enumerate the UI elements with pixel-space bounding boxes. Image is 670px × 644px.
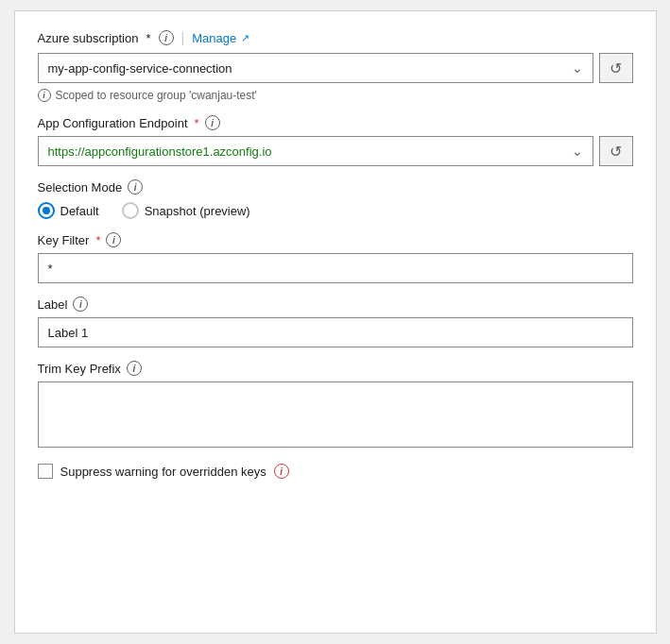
suppress-warning-checkbox[interactable] — [38, 464, 53, 479]
radio-default[interactable]: Default — [38, 202, 99, 219]
selection-mode-label-row: Selection Mode i — [38, 179, 633, 195]
manage-link[interactable]: Manage ↗ — [192, 31, 249, 45]
subscription-header: Azure subscription * i | Manage ↗ — [38, 30, 633, 45]
subscription-dropdown-row: my-app-config-service-connection ⌄ ↺ — [38, 53, 633, 83]
key-filter-info-icon[interactable]: i — [106, 232, 121, 247]
subscription-field: Azure subscription * i | Manage ↗ my-app… — [38, 30, 633, 102]
trim-key-prefix-input[interactable] — [38, 381, 633, 448]
radio-row: Default Snapshot (preview) — [38, 202, 633, 219]
subscription-value: my-app-config-service-connection — [48, 61, 232, 76]
endpoint-label: App Configuration Endpoint — [38, 116, 188, 130]
subscription-dropdown[interactable]: my-app-config-service-connection ⌄ — [38, 53, 593, 83]
subscription-info-icon[interactable]: i — [159, 30, 174, 45]
subscription-refresh-button[interactable]: ↺ — [599, 53, 633, 83]
key-filter-label-row: Key Filter * i — [38, 232, 633, 247]
trim-key-prefix-label: Trim Key Prefix — [38, 362, 121, 376]
endpoint-dropdown-row: https://appconfigurationstore1.azconfig.… — [38, 136, 633, 166]
subscription-required: * — [146, 31, 150, 45]
trim-key-prefix-info-icon[interactable]: i — [127, 361, 142, 376]
key-filter-label: Key Filter — [38, 233, 90, 247]
radio-snapshot-label: Snapshot (preview) — [145, 204, 250, 218]
subscription-label: Azure subscription — [38, 31, 139, 45]
trim-key-prefix-field: Trim Key Prefix i — [38, 361, 633, 450]
scope-note-text: Scoped to resource group 'cwanjau-test' — [56, 89, 257, 102]
label-input[interactable] — [38, 317, 633, 347]
scope-note: i Scoped to resource group 'cwanjau-test… — [38, 89, 633, 102]
endpoint-chevron: ⌄ — [572, 144, 583, 159]
selection-mode-info-icon[interactable]: i — [128, 179, 143, 195]
main-panel: Azure subscription * i | Manage ↗ my-app… — [14, 10, 657, 634]
endpoint-field: App Configuration Endpoint * i https://a… — [38, 115, 633, 166]
radio-default-circle — [38, 202, 55, 219]
label-info-icon[interactable]: i — [73, 297, 88, 312]
radio-default-label: Default — [60, 204, 99, 218]
selection-mode-label: Selection Mode — [38, 180, 123, 195]
suppress-warning-label: Suppress warning for overridden keys — [60, 465, 266, 479]
radio-snapshot-circle — [122, 202, 139, 219]
endpoint-required: * — [195, 116, 199, 130]
label-field: Label i — [38, 297, 633, 347]
suppress-warning-row: Suppress warning for overridden keys i — [38, 464, 633, 479]
header-divider: | — [181, 30, 185, 45]
suppress-warning-info-icon[interactable]: i — [274, 464, 289, 479]
subscription-chevron: ⌄ — [572, 60, 583, 76]
external-link-icon: ↗ — [241, 32, 249, 44]
selection-mode-section: Selection Mode i Default Snapshot (previ… — [38, 179, 633, 219]
key-filter-required: * — [95, 233, 100, 247]
endpoint-dropdown[interactable]: https://appconfigurationstore1.azconfig.… — [38, 136, 593, 166]
scope-info-icon: i — [38, 89, 51, 102]
label-label: Label — [38, 297, 68, 312]
key-filter-input[interactable] — [38, 253, 633, 283]
label-label-row: Label i — [38, 297, 633, 312]
endpoint-info-icon[interactable]: i — [205, 115, 220, 130]
endpoint-refresh-button[interactable]: ↺ — [599, 136, 633, 166]
radio-snapshot[interactable]: Snapshot (preview) — [122, 202, 250, 219]
trim-key-prefix-label-row: Trim Key Prefix i — [38, 361, 633, 376]
key-filter-field: Key Filter * i — [38, 232, 633, 283]
endpoint-label-row: App Configuration Endpoint * i — [38, 115, 633, 130]
endpoint-value: https://appconfigurationstore1.azconfig.… — [48, 144, 272, 159]
